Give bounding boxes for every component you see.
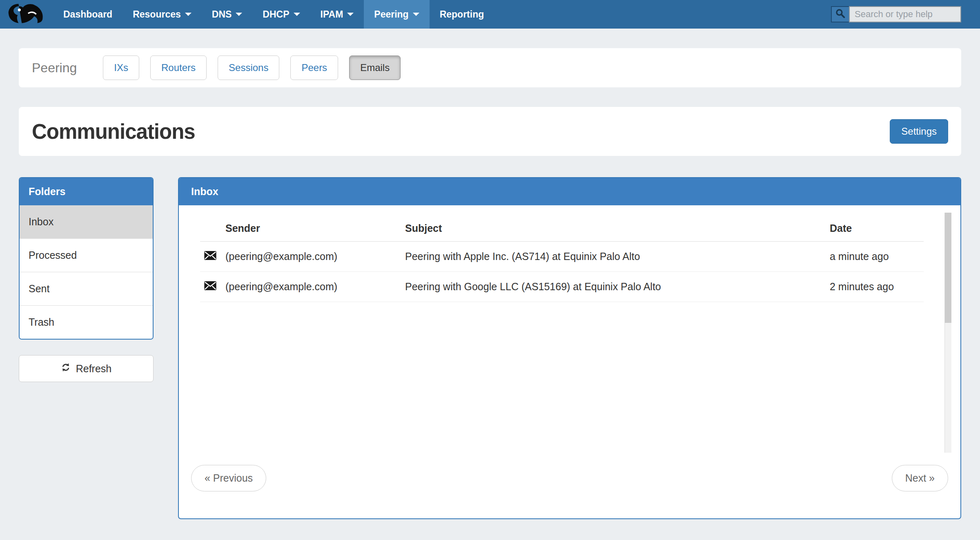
- envelope-icon: [200, 242, 221, 272]
- nav-item-ipam[interactable]: IPAM: [310, 0, 364, 29]
- peering-section-bar: Peering IXs Routers Sessions Peers Email…: [19, 48, 961, 87]
- column-header-date: Date: [826, 213, 924, 242]
- nav-item-label: Dashboard: [63, 9, 112, 20]
- chevron-down-icon: [185, 13, 192, 16]
- table-row[interactable]: (peering@example.com) Peering with Apple…: [200, 242, 924, 272]
- folders-sidebar: Folders Inbox Processed Sent Trash Refre…: [19, 177, 154, 382]
- app-logo[interactable]: [0, 0, 53, 29]
- nav-menu: Dashboard Resources DNS DHCP IPAM Peerin…: [53, 0, 494, 29]
- mail-subject: Peering with Apple Inc. (AS714) at Equin…: [401, 242, 826, 272]
- inbox-body: Sender Subject Date: [179, 205, 960, 465]
- chevron-down-icon: [236, 13, 242, 16]
- nav-item-label: DNS: [212, 9, 232, 20]
- chevron-down-icon: [294, 13, 300, 16]
- folders-panel-title: Folders: [20, 178, 153, 205]
- mail-sender: (peering@example.com): [221, 242, 401, 272]
- folder-item-processed[interactable]: Processed: [20, 239, 153, 272]
- mail-date: 2 minutes ago: [826, 272, 924, 302]
- nav-item-peering[interactable]: Peering: [364, 0, 429, 29]
- gorilla-logo-icon: [7, 1, 47, 27]
- content-area: Folders Inbox Processed Sent Trash Refre…: [19, 177, 961, 519]
- column-header-subject: Subject: [401, 213, 826, 242]
- next-page-button[interactable]: Next »: [892, 465, 948, 491]
- mail-sender: (peering@example.com): [221, 272, 401, 302]
- mail-table: Sender Subject Date: [200, 213, 924, 302]
- mail-subject: Peering with Google LLC (AS15169) at Equ…: [401, 272, 826, 302]
- page-title: Communications: [32, 120, 195, 144]
- search-input[interactable]: [849, 6, 961, 22]
- nav-item-label: Peering: [374, 9, 408, 20]
- tab-ixs[interactable]: IXs: [103, 56, 139, 80]
- refresh-icon: [61, 362, 71, 375]
- folders-panel: Folders Inbox Processed Sent Trash: [19, 177, 154, 340]
- section-title: Peering: [32, 60, 77, 76]
- tab-emails[interactable]: Emails: [349, 56, 401, 80]
- nav-item-reporting[interactable]: Reporting: [430, 0, 494, 29]
- nav-item-label: DHCP: [263, 9, 289, 20]
- chevron-down-icon: [347, 13, 354, 16]
- folder-item-trash[interactable]: Trash: [20, 306, 153, 339]
- column-header-icon: [200, 213, 221, 242]
- folder-item-inbox[interactable]: Inbox: [20, 205, 153, 239]
- nav-item-label: IPAM: [321, 9, 343, 20]
- nav-item-label: Reporting: [440, 9, 484, 20]
- nav-item-label: Resources: [133, 9, 181, 20]
- inbox-panel: Inbox Sender Subject Date: [178, 177, 961, 519]
- chevron-down-icon: [413, 13, 419, 16]
- previous-page-button[interactable]: « Previous: [191, 465, 266, 491]
- pagination: « Previous Next »: [179, 465, 960, 518]
- envelope-icon: [200, 272, 221, 302]
- scrollbar[interactable]: [944, 213, 951, 453]
- table-row[interactable]: (peering@example.com) Peering with Googl…: [200, 272, 924, 302]
- table-header-row: Sender Subject Date: [200, 213, 924, 242]
- column-header-sender: Sender: [221, 213, 401, 242]
- nav-item-dhcp[interactable]: DHCP: [252, 0, 310, 29]
- top-navbar: Dashboard Resources DNS DHCP IPAM Peerin…: [0, 0, 980, 29]
- tab-routers[interactable]: Routers: [150, 56, 207, 80]
- search-button[interactable]: [831, 6, 849, 22]
- global-search: [831, 0, 961, 29]
- tab-peers[interactable]: Peers: [290, 56, 338, 80]
- nav-item-resources[interactable]: Resources: [122, 0, 202, 29]
- nav-item-dns[interactable]: DNS: [202, 0, 253, 29]
- mail-date: a minute ago: [826, 242, 924, 272]
- settings-button[interactable]: Settings: [890, 119, 948, 144]
- refresh-button-label: Refresh: [76, 363, 112, 375]
- nav-item-dashboard[interactable]: Dashboard: [53, 0, 122, 29]
- communications-header-bar: Communications Settings: [19, 107, 961, 156]
- search-icon: [835, 9, 845, 20]
- scrollbar-thumb[interactable]: [945, 213, 951, 323]
- folder-item-sent[interactable]: Sent: [20, 272, 153, 306]
- refresh-button[interactable]: Refresh: [19, 355, 154, 382]
- inbox-panel-title: Inbox: [179, 178, 960, 205]
- tab-sessions[interactable]: Sessions: [218, 56, 279, 80]
